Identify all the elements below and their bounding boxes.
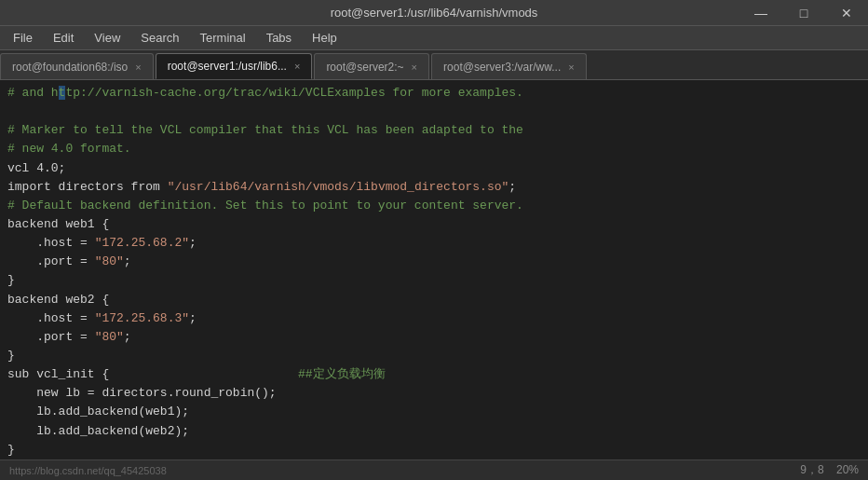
titlebar: root@server1:/usr/lib64/varnish/vmods — … bbox=[0, 0, 868, 26]
tab-tab2[interactable]: root@server1:/usr/lib6...× bbox=[156, 53, 313, 79]
tabsbar: root@foundation68:/iso×root@server1:/usr… bbox=[0, 50, 868, 80]
statusbar-position: 9，8 20% bbox=[800, 462, 859, 478]
tab-label: root@server1:/usr/lib6... bbox=[168, 60, 287, 73]
menu-item-help[interactable]: Help bbox=[303, 29, 346, 47]
editor: # and http://varnish-cache.org/trac/wiki… bbox=[0, 80, 868, 459]
menu-item-tabs[interactable]: Tabs bbox=[257, 29, 301, 47]
tab-close-icon[interactable]: × bbox=[294, 61, 300, 72]
tab-label: root@foundation68:/iso bbox=[12, 61, 128, 74]
tab-tab4[interactable]: root@server3:/var/ww...× bbox=[431, 53, 587, 79]
titlebar-controls: — □ ✕ bbox=[739, 0, 868, 26]
tab-close-icon[interactable]: × bbox=[568, 62, 574, 73]
menubar: FileEditViewSearchTerminalTabsHelp bbox=[0, 26, 868, 50]
tab-label: root@server2:~ bbox=[326, 61, 403, 74]
menu-item-terminal[interactable]: Terminal bbox=[191, 29, 255, 47]
menu-item-edit[interactable]: Edit bbox=[44, 29, 83, 47]
menu-item-file[interactable]: File bbox=[4, 29, 42, 47]
menu-item-search[interactable]: Search bbox=[131, 29, 188, 47]
statusbar: https://blog.csdn.net/qq_45425038 9，8 20… bbox=[0, 459, 868, 480]
tab-tab3[interactable]: root@server2:~× bbox=[314, 53, 429, 79]
titlebar-title: root@server1:/usr/lib64/varnish/vmods bbox=[331, 6, 538, 20]
tab-close-icon[interactable]: × bbox=[412, 62, 417, 73]
statusbar-watermark: https://blog.csdn.net/qq_45425038 bbox=[9, 465, 167, 476]
tab-tab1[interactable]: root@foundation68:/iso× bbox=[0, 53, 154, 79]
maximize-button[interactable]: □ bbox=[782, 0, 825, 26]
close-button[interactable]: ✕ bbox=[825, 0, 868, 26]
code-content: # and http://varnish-cache.org/trac/wiki… bbox=[0, 80, 868, 459]
tab-close-icon[interactable]: × bbox=[135, 62, 141, 73]
menu-item-view[interactable]: View bbox=[85, 29, 129, 47]
tab-label: root@server3:/var/ww... bbox=[443, 61, 561, 74]
minimize-button[interactable]: — bbox=[739, 0, 782, 26]
